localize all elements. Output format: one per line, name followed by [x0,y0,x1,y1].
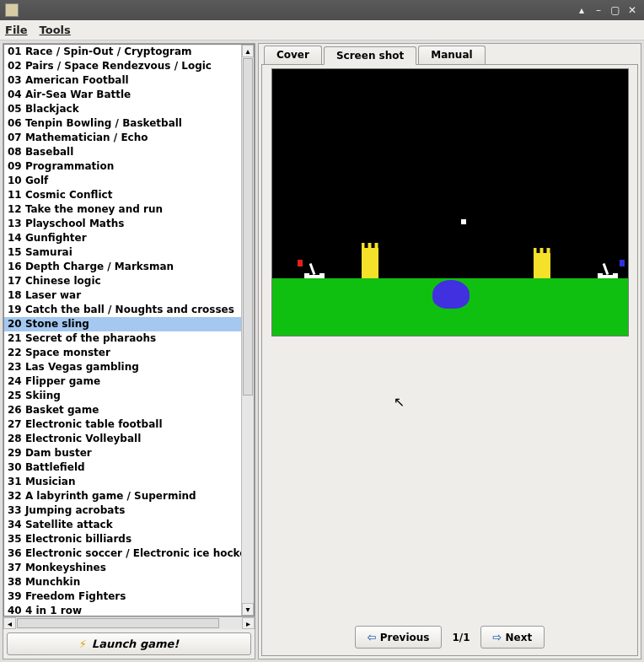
maximize-button[interactable]: ▢ [609,3,622,17]
list-item[interactable]: 10 Golf [4,174,241,188]
list-item[interactable]: 09 Programmation [4,159,241,174]
list-item[interactable]: 17 Chinese logic [4,274,241,288]
hscroll-thumb[interactable] [17,618,219,628]
list-item[interactable]: 28 Electronic Volleyball [4,432,241,446]
list-item[interactable]: 35 Electronic billiards [4,532,241,546]
list-item[interactable]: 15 Samurai [4,245,241,260]
list-item[interactable]: 08 Baseball [4,145,241,159]
page-counter: 1/1 [452,632,470,643]
app-icon [5,3,19,17]
list-item[interactable]: 38 Munchkin [4,575,241,589]
list-item[interactable]: 13 Playschool Maths [4,217,241,231]
list-item[interactable]: 14 Gunfighter [4,231,241,245]
arrow-right-icon: ⇨ [493,631,502,643]
list-item[interactable]: 32 A labyrinth game / Supermind [4,489,241,503]
list-item[interactable]: 05 Blackjack [4,102,241,116]
list-item[interactable]: 03 American Football [4,73,241,88]
scroll-down-icon[interactable]: ▾ [242,603,254,616]
list-item[interactable]: 22 Space monster [4,346,241,360]
preview-panel: Cover Screen shot Manual [258,43,641,659]
launch-game-button[interactable]: ⚡ Launch game! [7,632,251,655]
minimize-button[interactable]: – [592,3,605,17]
lightning-icon: ⚡ [79,638,87,650]
list-item[interactable]: 27 Electronic table football [4,417,241,432]
list-item[interactable]: 12 Take the money and run [4,202,241,217]
list-item[interactable]: 33 Jumping acrobats [4,503,241,518]
list-item[interactable]: 25 Skiing [4,389,241,403]
menu-tools[interactable]: Tools [40,24,71,36]
list-item[interactable]: 26 Basket game [4,403,241,417]
empty-area: ↖ [262,340,637,619]
list-item[interactable]: 07 Mathematician / Echo [4,131,241,145]
scroll-left-icon[interactable]: ◂ [3,617,16,629]
window-titlebar: ▴ – ▢ ✕ [0,0,644,20]
nav-bar: ⇦ Previous 1/1 ⇨ Next [262,619,637,655]
arrow-left-icon: ⇦ [368,631,377,643]
list-item[interactable]: 20 Stone sling [4,317,241,331]
list-item[interactable]: 37 Monkeyshines [4,561,241,575]
menubar: File Tools [0,20,644,40]
vertical-scrollbar[interactable]: ▴ ▾ [241,45,254,616]
scroll-up-icon[interactable]: ▴ [242,45,254,57]
horizontal-scrollbar[interactable]: ◂ ▸ [3,616,255,629]
tab-cover[interactable]: Cover [264,46,322,64]
list-item[interactable]: 02 Pairs / Space Rendezvous / Logic [4,59,241,73]
launch-label: Launch game! [92,638,179,650]
close-button[interactable]: ✕ [625,3,639,17]
list-item[interactable]: 36 Electronic soccer / Electronic ice ho… [4,546,241,561]
list-item[interactable]: 39 Freedom Fighters [4,589,241,604]
tab-bar: Cover Screen shot Manual [259,44,641,64]
mouse-cursor-icon: ↖ [394,394,405,410]
list-item[interactable]: 04 Air-Sea War Battle [4,88,241,102]
list-item[interactable]: 21 Secret of the pharaohs [4,331,241,346]
game-list[interactable]: 01 Race / Spin-Out / Cryptogram02 Pairs … [4,45,241,616]
tab-manual[interactable]: Manual [418,46,485,64]
list-item[interactable]: 23 Las Vegas gambling [4,360,241,374]
game-screenshot [271,68,629,336]
tab-screenshot[interactable]: Screen shot [324,46,416,65]
list-item[interactable]: 34 Satellite attack [4,518,241,532]
menu-file[interactable]: File [5,24,28,36]
list-item[interactable]: 18 Laser war [4,288,241,303]
rollup-button[interactable]: ▴ [575,3,588,17]
list-item[interactable]: 06 Tenpin Bowling / Basketball [4,116,241,131]
list-item[interactable]: 40 4 in 1 row [4,604,241,616]
list-item[interactable]: 11 Cosmic Conflict [4,188,241,202]
previous-button[interactable]: ⇦ Previous [355,626,443,649]
screenshot-view [262,65,637,340]
list-item[interactable]: 29 Dam buster [4,446,241,460]
list-item[interactable]: 30 Battlefield [4,460,241,475]
game-list-panel: 01 Race / Spin-Out / Cryptogram02 Pairs … [3,43,255,659]
list-item[interactable]: 19 Catch the ball / Noughts and crosses [4,303,241,317]
list-item[interactable]: 24 Flipper game [4,374,241,389]
list-item[interactable]: 31 Musician [4,475,241,489]
list-item[interactable]: 16 Depth Charge / Marksman [4,260,241,274]
next-button[interactable]: ⇨ Next [480,626,545,649]
scroll-thumb[interactable] [243,58,253,396]
list-item[interactable]: 01 Race / Spin-Out / Cryptogram [4,45,241,59]
scroll-right-icon[interactable]: ▸ [242,617,255,629]
